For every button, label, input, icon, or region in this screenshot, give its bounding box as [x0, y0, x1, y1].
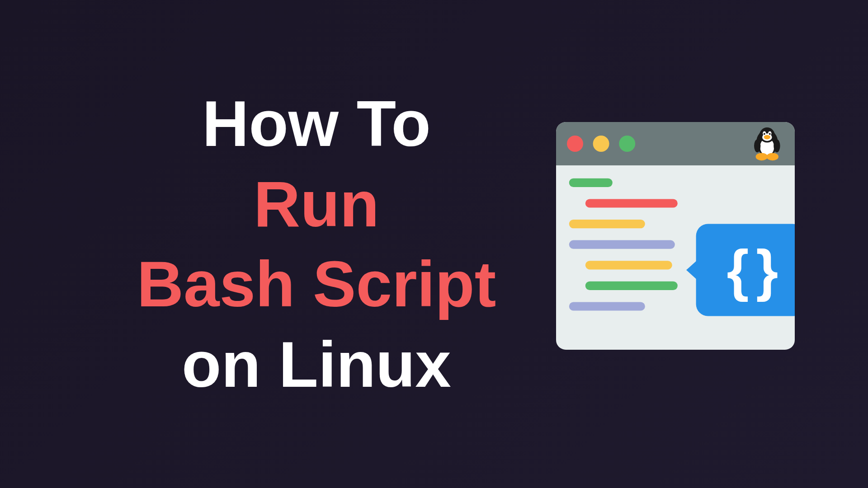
close-icon — [567, 136, 583, 152]
code-line — [585, 199, 678, 207]
maximize-icon — [619, 136, 635, 152]
svg-point-11 — [754, 139, 760, 152]
code-line — [569, 240, 675, 249]
title-line-1: How To — [202, 87, 431, 161]
linux-tux-icon — [748, 125, 786, 163]
svg-point-10 — [767, 153, 778, 160]
code-line — [569, 302, 645, 310]
svg-point-8 — [764, 135, 770, 140]
title-line-4: on Linux — [182, 327, 451, 401]
svg-point-6 — [764, 133, 765, 135]
braces-bubble-icon: { } — [696, 224, 795, 316]
code-line — [569, 178, 613, 187]
code-body: { } — [556, 165, 795, 324]
braces-text: { } — [726, 242, 774, 299]
title-line-3: Bash Script — [137, 247, 496, 321]
minimize-icon — [593, 136, 609, 152]
code-line — [585, 261, 672, 269]
code-window: { } — [556, 122, 795, 350]
code-line — [569, 220, 645, 228]
code-line — [585, 282, 678, 290]
window-titlebar — [556, 122, 795, 165]
svg-point-9 — [756, 153, 768, 160]
svg-point-7 — [769, 133, 771, 135]
title-line-2: Run — [254, 167, 379, 241]
traffic-lights — [567, 136, 635, 152]
code-illustration: { } — [556, 122, 827, 366]
svg-point-12 — [774, 139, 780, 152]
